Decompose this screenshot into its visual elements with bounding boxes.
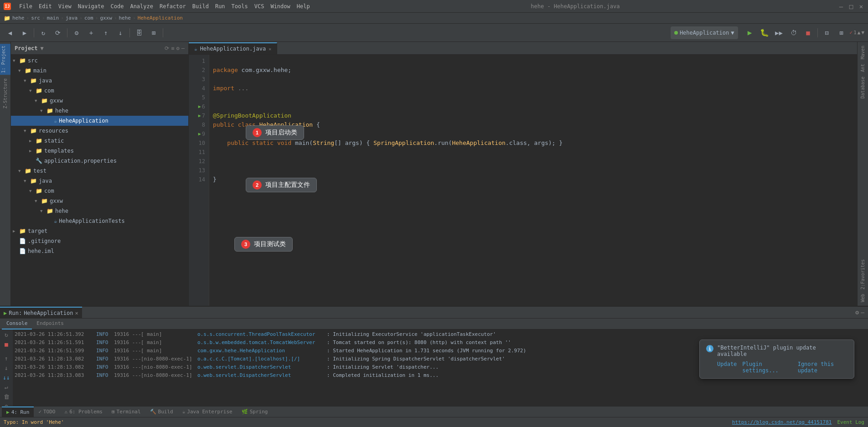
breadcrumb-gxxw[interactable]: gxxw xyxy=(100,15,112,21)
scroll-to-end-btn[interactable]: ↓↓ xyxy=(2,374,11,381)
bottom-tab-problems[interactable]: ⚠ 6: Problems xyxy=(60,406,107,417)
deploy-button[interactable]: ↓ xyxy=(114,26,127,39)
tab-close-button[interactable]: ✕ xyxy=(269,46,271,51)
breadcrumb-hehe2[interactable]: hehe xyxy=(119,15,131,21)
bottom-tab-terminal[interactable]: ⊞ Terminal xyxy=(107,406,145,417)
terminal-button[interactable]: ⊞ xyxy=(147,26,160,39)
tree-item-iml[interactable]: 📄 hehe.iml xyxy=(11,246,188,256)
add-button[interactable]: + xyxy=(85,26,98,39)
run-gutter-icon-7[interactable]: ▶ xyxy=(198,111,201,120)
console-area[interactable]: 2021-03-26 11:26:51.392 INFO 19316 --- [… xyxy=(13,329,868,406)
upload-button[interactable]: ↑ xyxy=(99,26,112,39)
run-configuration[interactable]: HeheApplication ▼ xyxy=(671,26,738,39)
minimize-button[interactable]: — xyxy=(838,3,844,10)
breadcrumb-java[interactable]: java xyxy=(66,15,78,21)
breadcrumb-src[interactable]: src xyxy=(31,15,40,21)
stop-button[interactable]: ■ xyxy=(802,26,815,39)
tree-item-java-main[interactable]: ▼ 📁 java xyxy=(11,76,188,86)
run-gutter-icon-6[interactable]: ▶ xyxy=(198,102,201,111)
settings-console-btn[interactable]: ⚙ xyxy=(2,403,11,406)
project-panel-tab[interactable]: 1: Project xyxy=(0,44,10,75)
favorites-panel-tab[interactable]: 2:Favorites xyxy=(859,257,866,291)
tree-item-gxxw[interactable]: ▼ 📁 gxxw xyxy=(11,96,188,106)
update-link[interactable]: Update xyxy=(717,361,737,374)
ant-panel-tab[interactable]: Ant xyxy=(859,62,866,74)
tree-item-app-properties[interactable]: 🔧 application.properties xyxy=(11,156,188,166)
run-minimize-icon[interactable]: — xyxy=(861,309,864,316)
run-close-icon[interactable]: ✕ xyxy=(75,310,78,316)
collapse-all-icon[interactable]: ≡ xyxy=(171,45,174,51)
panel-dropdown-icon[interactable]: ▼ xyxy=(41,45,44,51)
menu-view[interactable]: View xyxy=(56,2,74,10)
coverage-button[interactable]: ▶▶ xyxy=(773,26,785,39)
menu-help[interactable]: Help xyxy=(294,2,313,10)
sync-panel-icon[interactable]: ⟳ xyxy=(165,45,169,51)
bottom-tab-build[interactable]: 🔨 Build xyxy=(145,406,178,417)
forward-button[interactable]: ▶ xyxy=(18,26,31,39)
panel-settings-icon[interactable]: ⚙ xyxy=(176,45,180,51)
menu-navigate[interactable]: Navigate xyxy=(75,2,107,10)
tree-item-com-test[interactable]: ▼ 📁 com xyxy=(11,186,188,196)
ignore-update-link[interactable]: Ignore this update xyxy=(798,361,847,374)
tree-item-target[interactable]: ▶ 📁 target xyxy=(11,226,188,236)
bottom-tab-todo[interactable]: ✓ TODO xyxy=(34,406,60,417)
close-button[interactable]: ✕ xyxy=(858,3,864,10)
menu-edit[interactable]: Edit xyxy=(36,2,55,10)
profile-button[interactable]: ⏱ xyxy=(787,26,800,39)
run-tab[interactable]: ▶ Run: HeheApplication ✕ xyxy=(0,307,82,319)
tree-item-com[interactable]: ▼ 📁 com xyxy=(11,86,188,96)
back-button[interactable]: ◀ xyxy=(4,26,16,39)
db-button[interactable]: 🗄 xyxy=(133,26,145,39)
run-settings-icon[interactable]: ⚙ xyxy=(855,309,859,316)
menu-run[interactable]: Run xyxy=(212,2,228,10)
bottom-tab-spring[interactable]: 🌿 Spring xyxy=(237,406,273,417)
endpoints-tab[interactable]: Endpoints xyxy=(32,319,68,329)
hide-panel-icon[interactable]: — xyxy=(181,45,185,51)
tree-item-templates[interactable]: ▶ 📁 templates xyxy=(11,146,188,156)
menu-build[interactable]: Build xyxy=(190,2,212,10)
tree-item-static[interactable]: ▶ 📁 static xyxy=(11,136,188,146)
nav-up[interactable]: ▲ xyxy=(858,30,861,36)
maximize-button[interactable]: □ xyxy=(848,3,854,10)
scroll-down-btn[interactable]: ↓ xyxy=(2,365,11,371)
database-panel-tab[interactable]: Database xyxy=(859,75,866,100)
nav-down[interactable]: ▼ xyxy=(861,30,864,36)
csdn-url[interactable]: https://blog.csdn.net/qq_44151781 xyxy=(732,419,832,425)
console-refresh-btn[interactable]: ↻ xyxy=(2,331,11,338)
tree-item-java-test[interactable]: ▼ 📁 java xyxy=(11,176,188,186)
fullscreen-button[interactable]: ⊞ xyxy=(835,26,848,39)
tree-item-gitignore[interactable]: 📄 .gitignore xyxy=(11,236,188,246)
clear-console-btn[interactable]: 🗑 xyxy=(2,393,11,400)
console-tab[interactable]: Console xyxy=(2,319,32,329)
bottom-tab-java-enterprise[interactable]: ☕ Java Enterprise xyxy=(178,406,237,417)
maven-panel-tab[interactable]: Maven xyxy=(859,44,866,61)
web-panel-tab[interactable]: Web xyxy=(859,292,866,304)
tree-item-heheapptests[interactable]: ☕ HeheApplicationTests xyxy=(11,216,188,226)
run-button[interactable]: ▶ xyxy=(744,26,756,39)
editor-tab-heheapplication[interactable]: ☕ HeheApplication.java ✕ xyxy=(189,42,277,54)
tree-item-resources[interactable]: ▼ 📁 resources xyxy=(11,126,188,136)
menu-code[interactable]: Code xyxy=(108,2,127,10)
tree-item-main[interactable]: ▼ 📁 main xyxy=(11,66,188,76)
settings-button[interactable]: ⚙ xyxy=(70,26,83,39)
soft-wrap-btn[interactable]: ↵ xyxy=(2,384,11,391)
refresh-button[interactable]: ↻ xyxy=(37,26,50,39)
tree-item-hehe-folder[interactable]: ▼ 📁 hehe xyxy=(11,106,188,116)
run-gutter-icon-9[interactable]: ▶ xyxy=(198,129,201,139)
event-log-label[interactable]: Event Log xyxy=(837,419,864,425)
debug-button[interactable]: 🐛 xyxy=(758,26,771,39)
breadcrumb-main[interactable]: main xyxy=(47,15,59,21)
console-stop-btn[interactable]: ■ xyxy=(2,341,11,348)
layout-button[interactable]: ⊟ xyxy=(821,26,833,39)
bottom-tab-run[interactable]: ▶ 4: Run xyxy=(2,406,34,417)
menu-tools[interactable]: Tools xyxy=(229,2,251,10)
scroll-up-btn[interactable]: ↑ xyxy=(2,355,11,362)
menu-file[interactable]: File xyxy=(16,2,35,10)
tree-item-src[interactable]: ▼ 📁 src xyxy=(11,56,188,66)
breadcrumb-com[interactable]: com xyxy=(84,15,93,21)
menu-vcs[interactable]: VCS xyxy=(252,2,267,10)
breadcrumb-heheapp[interactable]: HeheApplication xyxy=(138,15,183,21)
menu-refactor[interactable]: Refactor xyxy=(157,2,189,10)
tree-item-test[interactable]: ▼ 📁 test xyxy=(11,166,188,176)
menu-window[interactable]: Window xyxy=(268,2,293,10)
